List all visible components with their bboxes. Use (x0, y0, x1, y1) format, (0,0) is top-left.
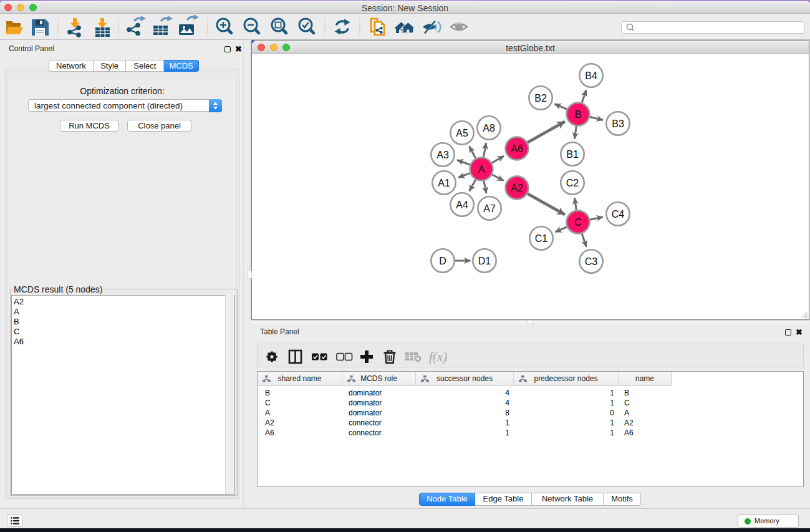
svg-text:A2: A2 (511, 183, 523, 193)
svg-text:C2: C2 (566, 178, 579, 188)
svg-text:B: B (575, 109, 582, 120)
svg-text:C4: C4 (612, 209, 625, 220)
svg-text:A: A (478, 164, 485, 175)
svg-text:D: D (439, 256, 446, 266)
svg-text:A1: A1 (438, 178, 450, 188)
svg-text:B1: B1 (566, 149, 579, 160)
svg-text:A3: A3 (436, 150, 449, 160)
svg-text:C1: C1 (535, 233, 548, 244)
svg-text:C: C (574, 217, 582, 228)
svg-text:C3: C3 (585, 256, 598, 267)
svg-text:B4: B4 (585, 70, 597, 81)
svg-text:A5: A5 (456, 128, 468, 138)
svg-text:D1: D1 (478, 256, 491, 266)
svg-text:A7: A7 (483, 203, 496, 214)
svg-text:A8: A8 (483, 123, 495, 133)
svg-text:A4: A4 (456, 200, 468, 210)
svg-text:B3: B3 (612, 118, 624, 129)
svg-text:f(x): f(x) (429, 349, 447, 364)
svg-text:A6: A6 (511, 143, 523, 154)
svg-text:B2: B2 (534, 93, 547, 104)
